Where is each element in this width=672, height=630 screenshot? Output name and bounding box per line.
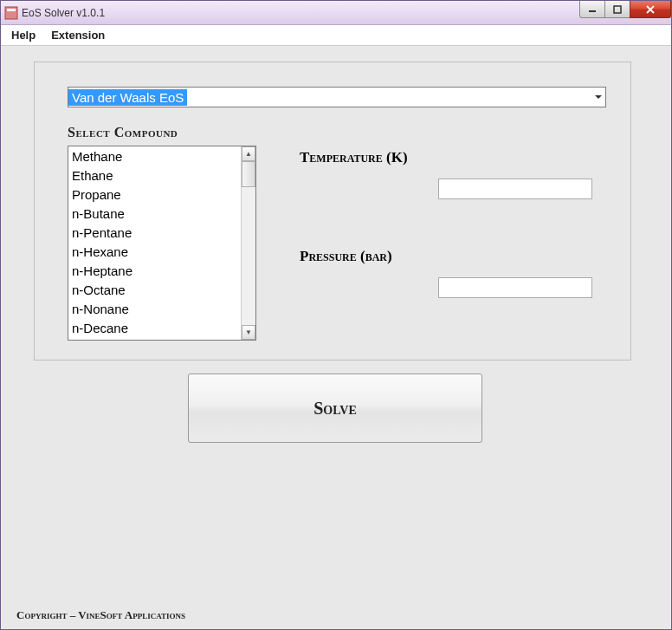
titlebar[interactable]: EoS Solver v1.0.1 bbox=[1, 1, 671, 25]
svg-rect-1 bbox=[7, 9, 16, 11]
scroll-up-button[interactable]: ▲ bbox=[242, 146, 255, 161]
solve-button[interactable]: Solve bbox=[188, 373, 482, 443]
scroll-thumb[interactable] bbox=[242, 161, 255, 187]
listbox-scrollbar[interactable]: ▲ ▼ bbox=[241, 146, 255, 340]
list-item[interactable]: n-Butane bbox=[72, 205, 240, 224]
solve-button-label: Solve bbox=[313, 399, 357, 419]
eos-dropdown[interactable]: Van der Waals EoS bbox=[68, 87, 606, 107]
list-item[interactable]: n-Decane bbox=[72, 319, 240, 338]
list-item[interactable]: Propane bbox=[72, 185, 240, 205]
menubar: Help Extension bbox=[1, 25, 671, 46]
list-item[interactable]: Methane bbox=[72, 147, 240, 166]
eos-selected-value: Van der Waals EoS bbox=[68, 89, 187, 106]
maximize-button[interactable] bbox=[604, 1, 630, 18]
minimize-button[interactable] bbox=[579, 1, 605, 18]
copyright-text: Copyright – VineSoft Applications bbox=[16, 608, 185, 622]
pressure-label: Pressure (bar) bbox=[300, 248, 594, 265]
list-item[interactable]: n-Nonane bbox=[72, 300, 240, 319]
client-area: Van der Waals EoS Select Compound Methan… bbox=[1, 46, 671, 629]
pressure-input[interactable] bbox=[438, 277, 592, 298]
scroll-down-button[interactable]: ▼ bbox=[242, 325, 255, 340]
window-title: EoS Solver v1.0.1 bbox=[22, 7, 105, 19]
window-controls bbox=[580, 1, 671, 18]
temperature-input[interactable] bbox=[438, 179, 592, 199]
list-item[interactable]: n-Heptane bbox=[72, 262, 240, 281]
select-compound-label: Select Compound bbox=[68, 125, 598, 140]
app-icon bbox=[4, 6, 18, 20]
menu-extension[interactable]: Extension bbox=[51, 29, 105, 42]
compound-listbox[interactable]: Methane Ethane Propane n-Butane n-Pentan… bbox=[68, 146, 256, 341]
list-item[interactable]: n-Octane bbox=[72, 281, 240, 300]
temperature-label: Temperature (K) bbox=[300, 149, 594, 166]
list-item[interactable]: n-Pentane bbox=[72, 224, 240, 243]
main-panel: Van der Waals EoS Select Compound Methan… bbox=[34, 62, 631, 360]
close-button[interactable] bbox=[630, 1, 671, 18]
list-item[interactable]: n-Hexane bbox=[72, 243, 240, 262]
menu-help[interactable]: Help bbox=[11, 29, 36, 42]
app-window: EoS Solver v1.0.1 Help Extension Van der… bbox=[0, 0, 672, 630]
chevron-down-icon bbox=[595, 95, 602, 99]
svg-rect-3 bbox=[614, 6, 621, 13]
list-item[interactable]: Ethane bbox=[72, 166, 240, 185]
